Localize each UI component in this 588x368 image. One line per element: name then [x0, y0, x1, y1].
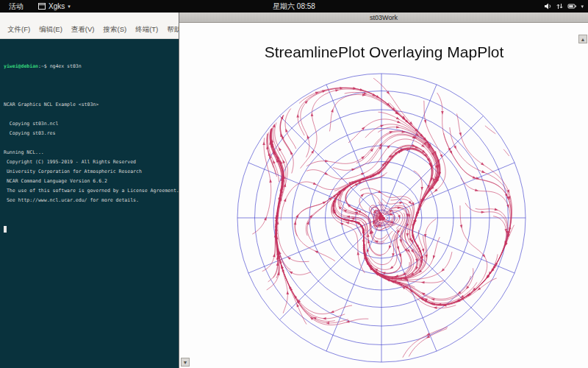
- plot-window-title: st03Work: [370, 14, 398, 21]
- terminal-line: [4, 138, 177, 148]
- terminal-screen[interactable]: yiwei@debian:~$ ng4ex st03n NCAR Graphic…: [0, 39, 179, 368]
- terminal-window: 文件(F)编辑(E)查看(V)搜索(S)终端(T)帮助(H) yiwei@deb…: [0, 13, 179, 368]
- clock[interactable]: 星期六 08:58: [0, 1, 588, 12]
- terminal-line: [4, 91, 177, 100]
- window-icon: [38, 3, 46, 10]
- plot-window-titlebar[interactable]: st03Work: [179, 13, 588, 23]
- cursor-line: [4, 224, 177, 234]
- plot-canvas: [179, 23, 588, 368]
- prompt-command: ng4ex st03n: [50, 63, 82, 69]
- plot-area: StreamlinePlot Overlaying MapPlot ▲ ▼: [179, 23, 588, 368]
- chevron-down-icon: ▾: [581, 4, 584, 10]
- menu-item[interactable]: 搜索(S): [98, 24, 131, 36]
- terminal-line: Copying st03.res: [4, 129, 177, 138]
- menu-item[interactable]: 文件(F): [3, 24, 35, 36]
- terminal-line: NCAR Command Language Version 6.6.2: [4, 177, 177, 186]
- prompt-line: yiwei@debian:~$ ng4ex st03n: [4, 62, 177, 71]
- plot-window: st03Work StreamlinePlot Overlaying MapPl…: [179, 13, 588, 368]
- top-bar: 活动 Xgks ▾ 星期六 08:58 ▾: [0, 0, 588, 13]
- app-indicator-label: Xgks: [49, 2, 65, 10]
- menu-item[interactable]: 终端(T): [131, 24, 162, 36]
- menu-item[interactable]: 编辑(E): [35, 24, 67, 36]
- prompt-path: :~$: [38, 63, 50, 69]
- terminal-line: Running NCL...: [4, 148, 177, 158]
- terminal-output: NCAR Graphics NCL Example <st03n> Copyin…: [4, 91, 177, 205]
- terminal-line: NCAR Graphics NCL Example <st03n>: [4, 100, 177, 110]
- terminal-line: [4, 110, 177, 119]
- scroll-up-button[interactable]: ▲: [578, 35, 587, 43]
- terminal-line: The use of this software is governed by …: [4, 186, 177, 196]
- terminal-line: See http://www.ncl.ucar.edu/ for more de…: [4, 196, 177, 205]
- volume-icon: [544, 2, 552, 10]
- plot-title: StreamlinePlot Overlaying MapPlot: [179, 43, 588, 61]
- terminal-cursor: [4, 226, 7, 233]
- prompt-user-host: yiwei@debian: [4, 63, 38, 69]
- scroll-down-button[interactable]: ▼: [181, 358, 190, 367]
- chevron-down-icon: ▾: [68, 4, 71, 10]
- menu-item[interactable]: 查看(V): [67, 24, 99, 36]
- terminal-line: University Corporation for Atmospheric R…: [4, 167, 177, 177]
- terminal-line: Copyright (C) 1995-2019 - All Rights Res…: [4, 158, 177, 167]
- terminal-menubar: 文件(F)编辑(E)查看(V)搜索(S)终端(T)帮助(H): [0, 13, 179, 39]
- battery-icon: [567, 2, 577, 10]
- app-indicator[interactable]: Xgks ▾: [32, 0, 76, 13]
- desktop: 活动 Xgks ▾ 星期六 08:58 ▾ 文件(F)编辑(E)查看(V)搜索(…: [0, 0, 588, 368]
- network-icon: [556, 2, 564, 10]
- activities-button[interactable]: 活动: [0, 0, 32, 13]
- terminal-line: Copying st03n.ncl: [4, 119, 177, 129]
- status-area[interactable]: ▾: [544, 0, 584, 13]
